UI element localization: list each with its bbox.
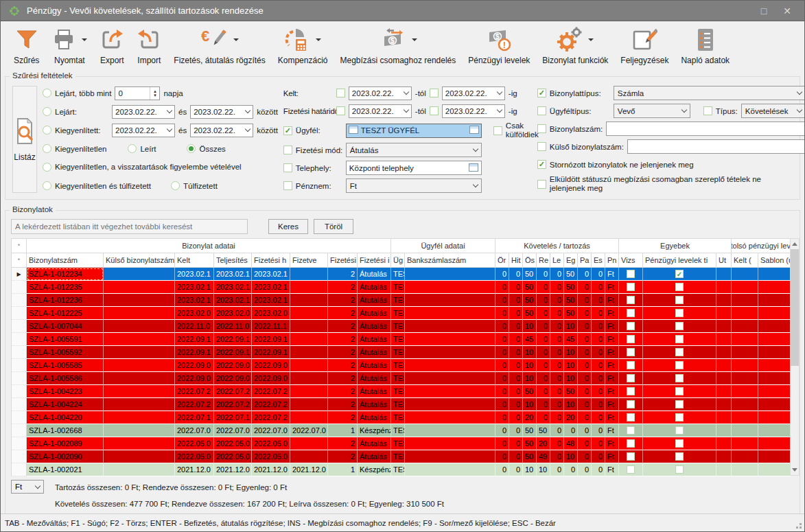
- cell-ut[interactable]: [716, 437, 732, 450]
- cell-os[interactable]: 20: [523, 411, 537, 424]
- cell-re[interactable]: 0: [537, 333, 550, 346]
- cell-sablon[interactable]: [758, 372, 791, 385]
- cell-vizsg[interactable]: [619, 333, 643, 346]
- cell-bankszamlaszam[interactable]: [405, 450, 495, 463]
- cell-pa[interactable]: 0: [578, 294, 592, 307]
- cell-teljesites[interactable]: 2022.07.2: [214, 385, 252, 398]
- cell-fizetesi_hatarido[interactable]: 2021.12.0: [252, 463, 290, 476]
- cell-pn[interactable]: Ft: [605, 398, 619, 411]
- penzugyi-levelek-checkbox[interactable]: [675, 348, 684, 356]
- cell-teljesites[interactable]: 2022.07.0: [214, 424, 252, 437]
- cell-ut[interactable]: [716, 398, 732, 411]
- cell-penzugyi-levelek[interactable]: [643, 359, 716, 372]
- cell-or[interactable]: 0: [495, 281, 509, 294]
- fizetesi-hatarido-to-date[interactable]: 2023.02.22.: [442, 104, 505, 118]
- cell-fizetve[interactable]: [290, 437, 328, 450]
- cell-kelt-utolso[interactable]: [732, 333, 758, 346]
- cell-bizonylatszam[interactable]: SZLA-1-004220: [27, 411, 104, 424]
- cell-pn[interactable]: Ft: [605, 320, 619, 333]
- cell-sablon[interactable]: [758, 398, 791, 411]
- lejart-napja-stepper[interactable]: 0 ▲▼: [115, 86, 160, 100]
- visszatartas-radio[interactable]: [43, 163, 51, 172]
- cell-penzugyi-levelek[interactable]: [643, 424, 716, 437]
- fizetesi-hatarido-to-checkbox[interactable]: [430, 106, 439, 115]
- cell-penzugyi-levelek[interactable]: [643, 307, 716, 320]
- cell-os[interactable]: 50: [523, 385, 537, 398]
- lejart-radio[interactable]: [43, 107, 51, 116]
- table-row[interactable]: SZLA-1-0020212021.12.02021.12.02021.12.0…: [12, 463, 790, 476]
- table-row[interactable]: SZLA-1-0122362023.02.12023.02.12023.02.1…: [12, 294, 790, 307]
- cell-fizetve[interactable]: [290, 268, 328, 281]
- table-row[interactable]: SZLA-1-0055912022.09.12022.09.12022.09.1…: [12, 333, 790, 346]
- cell-bizonylatszam[interactable]: SZLA-1-002021: [27, 463, 104, 476]
- vizsg-checkbox[interactable]: [627, 465, 635, 474]
- cell-eg[interactable]: 10: [564, 320, 578, 333]
- cell-kelt[interactable]: 2022.09.1: [175, 333, 214, 346]
- cell-re[interactable]: 20: [537, 437, 550, 450]
- cell-kelt[interactable]: 2022.07.2: [175, 385, 214, 398]
- cell-fizetesi[interactable]: 2: [328, 281, 358, 294]
- cell-le[interactable]: 0: [550, 411, 564, 424]
- cell-penzugyi-levelek[interactable]: [643, 398, 716, 411]
- bizonylattipus-select[interactable]: Számla: [614, 86, 805, 100]
- tulfizetett-radio[interactable]: [171, 181, 180, 190]
- cell-fizetesi_mod[interactable]: Átutalás: [358, 320, 391, 333]
- cell-pn[interactable]: Ft: [605, 424, 619, 437]
- cell-sablon[interactable]: [758, 450, 791, 463]
- cell-penzugyi-levelek[interactable]: [643, 281, 716, 294]
- cell-vizsg[interactable]: [619, 294, 643, 307]
- cell-teljesites[interactable]: 2022.09.0: [214, 372, 252, 385]
- cell-fizetesi_hatarido[interactable]: 2022.07.2: [252, 411, 290, 424]
- cell-fizetesi[interactable]: 1: [328, 424, 358, 437]
- cell-fizetesi_hatarido[interactable]: 2023.02.1: [252, 294, 290, 307]
- cell-pa[interactable]: 0: [578, 372, 592, 385]
- cell-os[interactable]: 10: [523, 463, 537, 476]
- cell-fizetesi_mod[interactable]: Átutalás: [358, 346, 391, 359]
- penzugyi-levelek-checkbox[interactable]: [675, 283, 684, 291]
- table-row[interactable]: ▶SZLA-1-0122342023.02.12023.02.12023.02.…: [12, 268, 790, 281]
- cell-hit[interactable]: 0: [509, 450, 523, 463]
- cell-hit[interactable]: 0: [509, 359, 523, 372]
- cell-eg[interactable]: 10: [564, 359, 578, 372]
- cell-kelt-utolso[interactable]: [732, 398, 758, 411]
- cell-kelt[interactable]: 2023.02.1: [175, 268, 214, 281]
- cell-kelt-utolso[interactable]: [732, 268, 758, 281]
- cell-pn[interactable]: Ft: [605, 333, 619, 346]
- cell-teljesites[interactable]: 2022.11.0: [214, 320, 252, 333]
- torol-button[interactable]: Töröl: [314, 219, 353, 234]
- cell-kulso_bizonylatszam[interactable]: [104, 346, 175, 359]
- group-header-cell[interactable]: Egyebek: [619, 239, 732, 253]
- cell-fizetve[interactable]: [290, 307, 328, 320]
- cell-pn[interactable]: Ft: [605, 294, 619, 307]
- penzugyi-levelek-checkbox[interactable]: [675, 335, 684, 343]
- search-input[interactable]: [11, 219, 248, 234]
- cell-es[interactable]: 0: [592, 333, 605, 346]
- csak-kulfoldiek-checkbox[interactable]: [493, 126, 502, 135]
- cell-teljesites[interactable]: 2022.05.0: [214, 450, 252, 463]
- cell-fizetesi_mod[interactable]: Átutalás: [358, 268, 391, 281]
- table-row[interactable]: SZLA-1-0055862022.09.02022.09.02022.09.0…: [12, 372, 790, 385]
- penzugyi-levelek-checkbox[interactable]: [675, 296, 684, 304]
- cell-bankszamlaszam[interactable]: [405, 294, 495, 307]
- cell-fizetesi_mod[interactable]: Átutalás: [358, 437, 391, 450]
- column-header-cell[interactable]: Ut: [716, 253, 732, 268]
- cell-fizetesi_hatarido[interactable]: 2023.02.1: [252, 268, 290, 281]
- cell-fizetve[interactable]: [290, 320, 328, 333]
- cell-fizetesi_hatarido[interactable]: 2022.07.0: [252, 424, 290, 437]
- table-row[interactable]: SZLA-1-0042242022.07.22022.07.22022.07.2…: [12, 398, 790, 411]
- cell-ut[interactable]: [716, 424, 732, 437]
- vizsg-checkbox[interactable]: [627, 387, 635, 395]
- column-header-cell[interactable]: Vizs: [619, 253, 643, 268]
- cell-kelt[interactable]: 2023.02.1: [175, 281, 214, 294]
- penzugyi-levelek-checkbox[interactable]: [675, 413, 684, 421]
- dropdown-arrow-icon[interactable]: [233, 38, 239, 44]
- cell-le[interactable]: 0: [550, 333, 564, 346]
- cell-bizonylatszam[interactable]: SZLA-1-012225: [27, 307, 104, 320]
- cell-pn[interactable]: Ft: [605, 437, 619, 450]
- cell-or[interactable]: 0: [495, 359, 509, 372]
- cell-fizetesi[interactable]: 2: [328, 294, 358, 307]
- cell-teljesites[interactable]: 2023.02.0: [214, 307, 252, 320]
- cell-fizetesi[interactable]: 2: [328, 398, 358, 411]
- cell-kulso_bizonylatszam[interactable]: [104, 294, 175, 307]
- cell-os[interactable]: 50: [523, 424, 537, 437]
